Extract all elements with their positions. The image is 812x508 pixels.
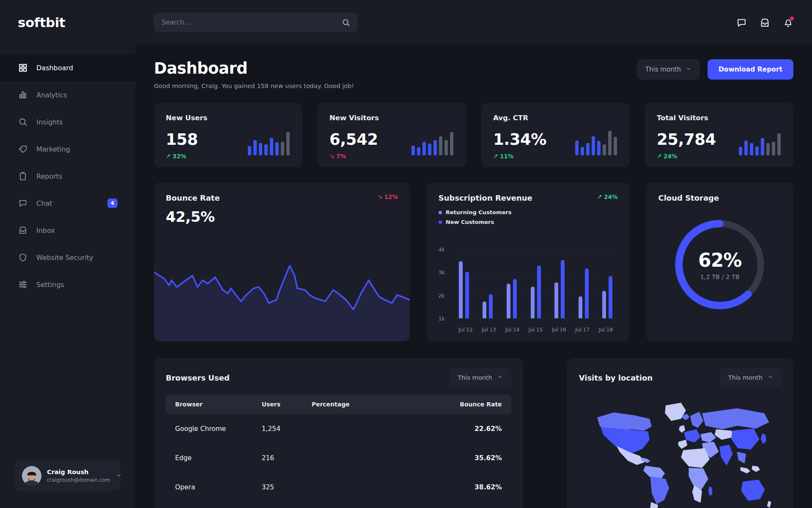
search-icon[interactable] bbox=[342, 18, 350, 27]
sidebar-item-dashboard[interactable]: Dashboard bbox=[0, 54, 135, 81]
inbox-icon[interactable] bbox=[760, 17, 770, 28]
spark-bar bbox=[755, 146, 759, 155]
spark-bar bbox=[417, 147, 420, 155]
bounce-rate-title: Bounce Rate bbox=[166, 193, 398, 202]
legend-dot bbox=[439, 221, 442, 224]
stats-row: New Users158↗ 32%New Visitors6,542↘ 7%Av… bbox=[154, 103, 793, 167]
bar-group-jul-12 bbox=[459, 261, 469, 318]
download-report-button[interactable]: Download Report bbox=[708, 59, 793, 80]
spark-bar bbox=[411, 146, 415, 155]
world-map bbox=[579, 397, 782, 508]
chat-unread-badge: 4 bbox=[107, 199, 118, 208]
sidebar-item-chat[interactable]: Chat4 bbox=[0, 190, 135, 217]
visits-card-head: Visits by location This month bbox=[567, 358, 793, 395]
chat-icon[interactable] bbox=[736, 17, 747, 28]
browser-name: Google Chrome bbox=[175, 425, 262, 433]
visits-period-label: This month bbox=[728, 374, 763, 381]
tag-icon bbox=[18, 144, 28, 154]
revenue-bar bbox=[554, 282, 558, 318]
spark-bar bbox=[586, 143, 590, 155]
world-map-wrap bbox=[567, 395, 793, 508]
revenue-x-labels: Jul 12Jul 13Jul 14Jul 15Jul 16Jul 17Jul … bbox=[454, 327, 618, 333]
col-users: Users bbox=[262, 401, 312, 408]
sidebar-item-analytics[interactable]: Analytics bbox=[0, 81, 135, 108]
col-bounce-rate: Bounce Rate bbox=[439, 401, 502, 408]
cloud-storage-card: Cloud Storage 62% 1,2 TB / 2 bbox=[646, 182, 793, 341]
search-input[interactable] bbox=[162, 19, 337, 26]
user-email: craigroush@domain.com bbox=[47, 477, 110, 483]
sidebar-item-label: Dashboard bbox=[36, 64, 73, 72]
bar-group-jul-17 bbox=[579, 268, 589, 318]
stat-sparkline bbox=[248, 131, 290, 155]
stat-title: New Users bbox=[166, 114, 291, 122]
legend-item-new-customers: New Customers bbox=[439, 219, 618, 225]
sidebar-item-insights[interactable]: Insights bbox=[0, 108, 135, 135]
chevron-down-icon bbox=[686, 66, 691, 73]
x-axis-label: Jul 13 bbox=[478, 327, 500, 333]
browser-name: Edge bbox=[175, 454, 262, 462]
browser-users: 325 bbox=[262, 483, 312, 491]
spark-bar bbox=[281, 142, 284, 155]
subscription-revenue-title: Subscription Revenue bbox=[439, 193, 618, 202]
sidebar-item-website-security[interactable]: Website Security bbox=[0, 244, 135, 271]
sidebar-item-label: Settings bbox=[36, 281, 64, 289]
sidebar-item-label: Inbox bbox=[36, 226, 55, 235]
spark-bar bbox=[275, 142, 279, 155]
spark-bar bbox=[433, 140, 437, 155]
spark-bar bbox=[766, 143, 770, 155]
x-axis-label: Jul 18 bbox=[595, 327, 617, 333]
y-axis-label: 4k bbox=[439, 247, 450, 253]
x-axis-label: Jul 17 bbox=[571, 327, 593, 333]
spark-bar bbox=[444, 140, 448, 155]
stat-card-new-users: New Users158↗ 32% bbox=[154, 103, 302, 167]
dashboard-grid-icon bbox=[18, 63, 28, 73]
bar-group-jul-18 bbox=[602, 276, 612, 318]
revenue-bar bbox=[483, 301, 486, 318]
revenue-bar bbox=[609, 276, 612, 318]
legend-label: Returning Customers bbox=[446, 209, 512, 215]
spark-bar bbox=[248, 146, 251, 155]
bottom-row: Browsers Used This month Browser Users bbox=[154, 358, 793, 508]
browser-bounce-rate: 38.62% bbox=[439, 483, 502, 491]
sliders-icon bbox=[18, 279, 28, 290]
sidebar-item-inbox[interactable]: Inbox bbox=[0, 217, 135, 244]
sidebar-item-settings[interactable]: Settings bbox=[0, 271, 135, 298]
sidebar-item-reports[interactable]: Reports bbox=[0, 163, 135, 190]
sidebar-item-marketing[interactable]: Marketing bbox=[0, 135, 135, 163]
user-profile-card[interactable]: Craig Roush craigroush@domain.com bbox=[15, 461, 120, 491]
sidebar-item-label: Marketing bbox=[36, 145, 70, 153]
revenue-bar bbox=[579, 296, 582, 318]
spark-bar bbox=[739, 147, 742, 155]
chevron-down-icon[interactable] bbox=[116, 472, 122, 480]
revenue-bar bbox=[537, 265, 541, 318]
revenue-bar bbox=[489, 294, 493, 318]
bell-icon[interactable] bbox=[783, 17, 793, 28]
cloud-storage-donut-wrap: 62% 1,2 TB / 2 TB bbox=[646, 215, 793, 315]
stat-sparkline bbox=[739, 131, 781, 155]
bar-group-jul-14 bbox=[507, 279, 517, 318]
chart-legend: Returning CustomersNew Customers bbox=[439, 209, 618, 225]
spark-bar bbox=[286, 132, 290, 155]
chevron-down-icon bbox=[497, 374, 503, 381]
stat-title: Total Visitors bbox=[657, 114, 782, 122]
visits-period-select[interactable]: This month bbox=[720, 368, 782, 387]
browsers-table-header: Browser Users Percentage Bounce Rate bbox=[166, 395, 511, 414]
search-bar bbox=[154, 13, 358, 32]
spark-bar bbox=[428, 144, 431, 155]
browsers-period-select[interactable]: This month bbox=[449, 368, 511, 387]
browser-bounce-rate: 35.62% bbox=[439, 454, 502, 462]
page-subtitle: Good morning, Craig. You gained 158 new … bbox=[154, 83, 354, 89]
sidebar-nav: DashboardAnalyticsInsightsMarketingRepor… bbox=[0, 54, 135, 450]
topbar bbox=[135, 0, 812, 45]
spark-bar bbox=[581, 147, 584, 155]
app-root: softbit DashboardAnalyticsInsightsMarket… bbox=[0, 0, 812, 508]
revenue-bar bbox=[513, 279, 517, 318]
user-meta: Craig Roush craigroush@domain.com bbox=[47, 469, 110, 483]
visits-title: Visits by location bbox=[579, 373, 653, 382]
spark-bar bbox=[592, 136, 595, 155]
bar-chart-icon bbox=[18, 90, 28, 100]
browser-name: Opera bbox=[175, 483, 262, 491]
x-axis-label: Jul 16 bbox=[548, 327, 570, 333]
period-select[interactable]: This month bbox=[637, 59, 700, 80]
spark-bar bbox=[603, 144, 606, 155]
